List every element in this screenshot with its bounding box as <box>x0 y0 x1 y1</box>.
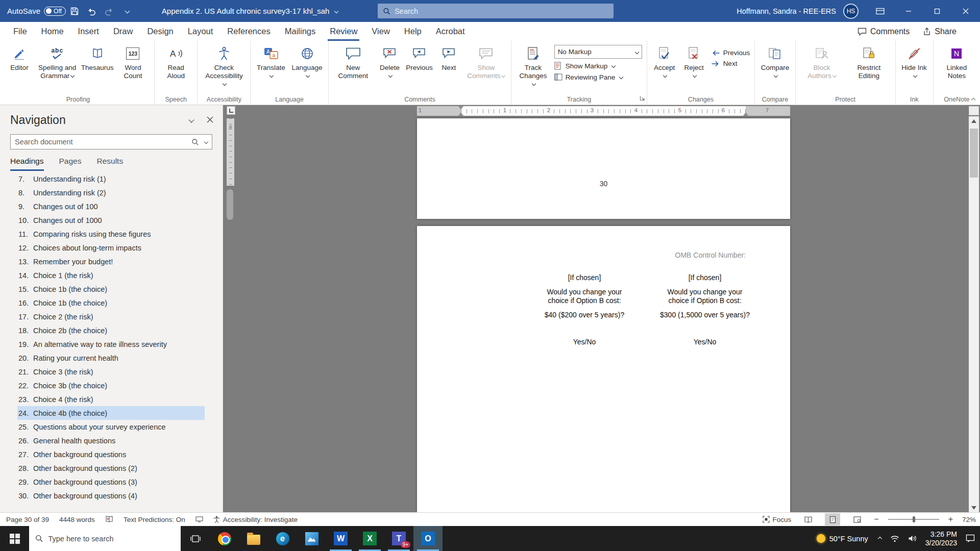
reviewing-pane-button[interactable]: Reviewing Pane <box>554 73 642 81</box>
document-page-30[interactable]: 30 <box>417 118 790 219</box>
delete-comment-button[interactable]: Delete <box>375 42 404 80</box>
ribbon-tab[interactable]: Help <box>397 22 429 41</box>
heading-item[interactable]: 25. Questions about your survey experien… <box>17 420 205 434</box>
page-indicator[interactable]: Page 30 of 39 <box>6 516 49 523</box>
heading-item[interactable]: 26. General health questions <box>17 434 205 447</box>
check-accessibility-button[interactable]: Check Accessibility <box>200 42 248 88</box>
heading-item[interactable]: 11. Comparing risks using these figures <box>17 227 205 241</box>
zoom-slider-thumb[interactable] <box>913 516 915 522</box>
heading-item[interactable]: 9. Changes out of 100 <box>17 199 205 213</box>
ribbon-tab[interactable]: Acrobat <box>429 22 472 41</box>
chrome-app-button[interactable] <box>210 526 239 551</box>
ribbon-tab[interactable]: Design <box>140 22 180 41</box>
document-search-input[interactable] <box>15 138 187 146</box>
horizontal-ruler[interactable]: 1 1 2 3 4 5 6 7 <box>417 106 790 116</box>
scrollbar-thumb[interactable] <box>970 129 978 178</box>
autosave-switch[interactable]: Off <box>44 7 66 16</box>
screen-reader-icon[interactable] <box>195 516 203 522</box>
first-line-indent-marker[interactable] <box>458 106 463 110</box>
ribbon-tab[interactable]: References <box>220 22 277 41</box>
print-layout-button[interactable] <box>825 513 840 525</box>
heading-item[interactable]: 17. Choice 2 (the risk) <box>17 310 205 323</box>
language-button[interactable]: Language <box>288 42 326 80</box>
customize-quick-access-button[interactable] <box>118 0 135 22</box>
accessibility-checker[interactable]: Accessibility: Investigate <box>213 516 298 523</box>
heading-item[interactable]: 29. Other background questions (3) <box>17 475 205 489</box>
redo-button[interactable] <box>101 0 118 22</box>
accept-button[interactable]: Accept <box>650 42 679 80</box>
heading-item[interactable]: 12. Choices about long-term impacts <box>17 241 205 255</box>
navigation-tab[interactable]: Headings <box>10 157 44 171</box>
zoom-out-button[interactable]: − <box>874 515 878 524</box>
chevron-down-icon[interactable] <box>204 140 208 144</box>
heading-item[interactable]: 14. Choice 1 (the risk) <box>17 268 205 282</box>
navigation-tab[interactable]: Results <box>96 157 123 171</box>
document-scrollbar[interactable] <box>969 116 979 512</box>
zoom-in-button[interactable]: + <box>948 515 953 524</box>
read-mode-button[interactable] <box>800 513 816 525</box>
excel-app-button[interactable]: X <box>355 526 384 551</box>
linked-notes-button[interactable]: N Linked Notes <box>936 42 977 80</box>
heading-item[interactable]: 18. Choice 2b (the choice) <box>17 323 205 337</box>
teams-app-button[interactable]: T9+ <box>384 526 413 551</box>
word-app-button[interactable]: W <box>326 526 355 551</box>
save-button[interactable] <box>66 0 83 22</box>
scroll-down-button[interactable] <box>969 503 979 512</box>
heading-item[interactable]: 21. Choice 3 (the risk) <box>17 365 205 379</box>
zoom-slider[interactable] <box>888 519 939 520</box>
heading-item[interactable]: 10. Changes out of 1000 <box>17 213 205 227</box>
navigation-options-button[interactable] <box>188 116 193 125</box>
avatar[interactable]: HS <box>843 4 859 19</box>
show-hidden-icons-button[interactable] <box>877 537 881 540</box>
show-comments-button[interactable]: Show Comments <box>463 42 508 80</box>
close-navigation-button[interactable] <box>207 116 213 125</box>
heading-item[interactable]: 27. Other background questions <box>17 447 205 461</box>
network-button[interactable] <box>890 535 899 542</box>
right-indent-marker[interactable] <box>743 112 748 116</box>
ruler-toggle-button[interactable] <box>969 106 979 115</box>
ribbon-tab[interactable]: Home <box>34 22 71 41</box>
navigation-search[interactable] <box>10 134 212 149</box>
read-aloud-button[interactable]: A Read Aloud <box>157 42 194 80</box>
word-count-button[interactable]: 123 Word Count <box>114 42 152 80</box>
edge-app-button[interactable]: e <box>268 526 297 551</box>
heading-item[interactable]: 22. Choice 3b (the choice) <box>17 379 205 392</box>
document-page-31[interactable]: OMB Control Number: [If chosen] Would yo… <box>417 226 790 512</box>
ribbon-tab[interactable]: Layout <box>181 22 220 41</box>
editor-button[interactable]: Editor <box>5 42 34 72</box>
markup-dropdown[interactable]: No Markup <box>554 45 642 59</box>
ribbon-tab[interactable]: Mailings <box>278 22 323 41</box>
new-comment-button[interactable]: New Comment <box>331 42 375 80</box>
ribbon-tab[interactable]: Insert <box>71 22 106 41</box>
volume-button[interactable] <box>908 535 917 542</box>
vertical-ruler[interactable]: 8 <box>227 118 234 186</box>
heading-item[interactable]: 20. Rating your current health <box>17 351 205 365</box>
restrict-editing-button[interactable]: Restrict Editing <box>845 42 892 80</box>
show-markup-button[interactable]: Show Markup <box>554 62 642 70</box>
comments-button[interactable]: Comments <box>857 27 910 36</box>
next-change-button[interactable]: Next <box>711 60 750 67</box>
document-title[interactable]: Appendix 2. US Adult chronic survey3-17 … <box>162 7 338 15</box>
track-changes-button[interactable]: Track Changes <box>514 42 552 88</box>
maximize-button[interactable] <box>923 0 951 22</box>
hanging-indent-marker[interactable] <box>458 112 463 116</box>
heading-item[interactable]: 24. Choice 4b (the choice) <box>17 406 205 420</box>
titlebar-search[interactable] <box>378 4 614 18</box>
thesaurus-button[interactable]: Thesaurus <box>80 42 114 72</box>
heading-item[interactable]: 8. Understanding risk (2) <box>17 186 205 199</box>
next-comment-button[interactable]: Next <box>434 42 463 72</box>
ribbon-tab[interactable]: Draw <box>106 22 140 41</box>
start-button[interactable] <box>0 526 29 551</box>
scroll-up-button[interactable] <box>969 116 979 126</box>
share-button[interactable]: Share <box>923 27 957 36</box>
pane-scrollbar-thumb[interactable] <box>227 189 233 220</box>
heading-item[interactable]: 23. Choice 4 (the risk) <box>17 392 205 406</box>
heading-item[interactable]: 7. Understanding risk (1) <box>17 172 205 186</box>
action-center-button[interactable] <box>966 534 975 543</box>
word-count-indicator[interactable]: 4448 words <box>59 516 95 523</box>
autosave-toggle[interactable]: AutoSave Off <box>7 7 66 16</box>
reject-button[interactable]: Reject <box>679 42 709 80</box>
outlook-app-button[interactable]: O <box>413 526 443 551</box>
heading-item[interactable]: 19. An alternative way to rate illness s… <box>17 337 205 351</box>
weather-widget[interactable]: 50°F Sunny <box>817 534 868 543</box>
